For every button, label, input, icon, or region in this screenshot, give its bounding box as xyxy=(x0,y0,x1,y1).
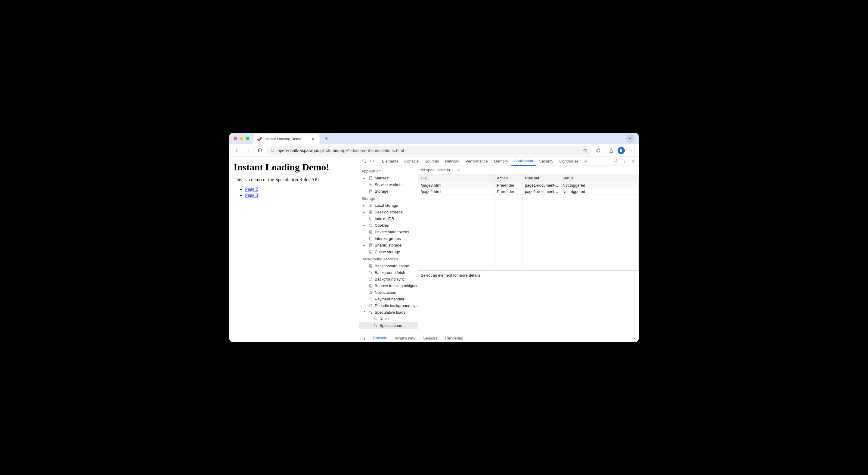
detail-placeholder: Select an element for more details xyxy=(418,271,639,334)
sidebar-item-background-fetch[interactable]: Background fetch xyxy=(359,269,418,276)
devtools-tab-application[interactable]: Application xyxy=(511,157,536,166)
sidebar-section-title: Storage xyxy=(359,195,418,202)
address-bar[interactable]: open-chalk-asparagus.glitch.me/page1-doc… xyxy=(267,146,591,155)
caret-icon: ▸ xyxy=(363,204,366,207)
page-viewport: Instant Loading Demo! This is a demo of … xyxy=(229,157,359,342)
sidebar-item-cookies[interactable]: ▸Cookies xyxy=(359,222,418,229)
col-header-ruleset[interactable]: Rule set xyxy=(523,174,560,182)
close-drawer-button[interactable] xyxy=(631,336,637,340)
table-row[interactable]: /page2.htmlPrerenderpage1-document-…Not … xyxy=(418,188,639,195)
sidebar-item-label: Local storage xyxy=(375,203,398,208)
browser-tab[interactable]: 🚀 Instant Loading Demo! ✕ xyxy=(253,134,320,144)
flask-icon xyxy=(609,148,614,153)
devtools-tabbar: ElementsConsoleSourcesNetworkPerformance… xyxy=(359,157,639,166)
filter-dropdown[interactable]: All speculative loa… xyxy=(421,168,455,172)
table-icon xyxy=(368,203,373,208)
sidebar-item-service-workers[interactable]: Service workers xyxy=(359,181,418,188)
drawer-tab-rendering[interactable]: Rendering xyxy=(444,334,464,343)
sidebar-item-rules[interactable]: Rules xyxy=(359,316,418,322)
sidebar-item-storage[interactable]: Storage xyxy=(359,188,418,195)
cell-ruleset: page1-document-… xyxy=(523,188,560,195)
extensions-button[interactable] xyxy=(594,146,603,155)
device-toggle-button[interactable] xyxy=(369,158,376,165)
sidebar-item-label: Notifications xyxy=(375,290,396,295)
sidebar-item-interest-groups[interactable]: Interest groups xyxy=(359,235,418,242)
sidebar-item-shared-storage[interactable]: ▸Shared storage xyxy=(359,242,418,248)
db-icon xyxy=(368,216,373,221)
close-window-button[interactable] xyxy=(234,137,237,140)
svg-point-35 xyxy=(364,338,365,338)
devtools-main: All speculative loa… URL Action Rule set… xyxy=(418,166,639,334)
minimize-window-button[interactable] xyxy=(240,137,243,140)
drawer-tab-what-s-new[interactable]: What's new xyxy=(394,334,416,343)
devtools-settings-button[interactable] xyxy=(613,158,620,165)
devtools-tab-console[interactable]: Console xyxy=(401,157,422,166)
table-row[interactable]: /page3.htmlPrerenderpage1-document-…Not … xyxy=(418,182,639,188)
svg-point-28 xyxy=(369,243,372,244)
svg-point-6 xyxy=(631,150,631,150)
devtools-tab-performance[interactable]: Performance xyxy=(462,157,491,166)
page-intro: This is a demo of the Speculation Rules … xyxy=(234,177,354,182)
sidebar-item-payment-handler[interactable]: Payment handler xyxy=(359,296,418,302)
sidebar-section-title: Application xyxy=(359,167,418,175)
menu-button[interactable] xyxy=(627,146,636,155)
db-icon xyxy=(368,229,373,234)
devtools-tab-network[interactable]: Network xyxy=(442,157,463,166)
sidebar-item-manifest[interactable]: ▸Manifest xyxy=(359,175,418,181)
close-tab-button[interactable]: ✕ xyxy=(310,137,316,142)
devtools-tab-elements[interactable]: Elements xyxy=(379,157,401,166)
speculations-table: URL Action Rule set Status /page3.htmlPr… xyxy=(418,174,639,271)
page-link[interactable]: Page 3 xyxy=(245,192,354,198)
tab-overflow-button[interactable] xyxy=(626,134,634,143)
devices-icon xyxy=(370,159,375,164)
svg-rect-32 xyxy=(369,298,372,300)
sidebar-item-notifications[interactable]: Notifications xyxy=(359,289,418,296)
reload-button[interactable] xyxy=(255,146,264,155)
devtools-tab-sources[interactable]: Sources xyxy=(422,157,442,166)
more-tabs-button[interactable] xyxy=(582,158,589,165)
svg-rect-0 xyxy=(271,149,272,150)
sidebar-item-back-forward-cache[interactable]: Back/forward cache xyxy=(359,263,418,269)
close-devtools-button[interactable] xyxy=(630,158,637,165)
sidebar-item-private-state-tokens[interactable]: Private state tokens xyxy=(359,229,418,235)
new-tab-button[interactable]: + xyxy=(322,134,331,143)
sidebar-item-bounce-tracking-mitigation[interactable]: Bounce tracking mitigation xyxy=(359,283,418,289)
col-header-status[interactable]: Status xyxy=(560,174,639,182)
devtools-tab-security[interactable]: Security xyxy=(536,157,556,166)
sidebar-item-background-sync[interactable]: Background sync xyxy=(359,276,418,283)
sidebar-item-speculations[interactable]: Speculations xyxy=(359,322,418,329)
arrow-left-icon xyxy=(234,148,240,153)
col-header-url[interactable]: URL xyxy=(418,174,495,182)
labs-button[interactable] xyxy=(607,146,616,155)
devtools-tab-memory[interactable]: Memory xyxy=(491,157,511,166)
svg-point-11 xyxy=(616,160,617,161)
sidebar-item-cache-storage[interactable]: Cache storage xyxy=(359,248,418,255)
page-link[interactable]: Page 2 xyxy=(245,187,354,192)
drawer-tab-sensors[interactable]: Sensors xyxy=(422,334,439,343)
back-button[interactable] xyxy=(232,146,241,155)
sidebar-item-session-storage[interactable]: ▸Session storage xyxy=(359,209,418,215)
sidebar-item-speculative-loads[interactable]: ▸Speculative loads xyxy=(359,309,418,316)
site-settings-icon[interactable] xyxy=(270,148,275,153)
drawer-tab-console[interactable]: Console xyxy=(372,334,389,343)
sidebar-item-periodic-background-sync[interactable]: Periodic background sync xyxy=(359,302,418,309)
svg-rect-3 xyxy=(274,151,275,151)
svg-point-34 xyxy=(364,336,365,337)
devtools-menu-button[interactable] xyxy=(621,158,628,165)
devtools-tab-lighthouse[interactable]: Lighthouse xyxy=(556,157,582,166)
sidebar-item-label: Service workers xyxy=(375,182,402,187)
window-controls xyxy=(232,137,251,140)
sidebar-item-indexeddb[interactable]: IndexedDB xyxy=(359,215,418,222)
maximize-window-button[interactable] xyxy=(246,137,249,140)
bookmark-star-icon[interactable] xyxy=(582,148,588,153)
gear-icon xyxy=(614,159,619,164)
sidebar-item-label: Interest groups xyxy=(375,236,401,241)
table-header-row: URL Action Rule set Status xyxy=(418,174,639,182)
drawer-menu-button[interactable] xyxy=(361,335,368,342)
dropdown-triangle-icon[interactable] xyxy=(457,169,460,172)
forward-button[interactable] xyxy=(244,146,253,155)
inspect-element-button[interactable] xyxy=(361,158,368,165)
col-header-action[interactable]: Action xyxy=(495,174,523,182)
profile-avatar[interactable]: B xyxy=(618,147,625,154)
sidebar-item-local-storage[interactable]: ▸Local storage xyxy=(359,202,418,209)
